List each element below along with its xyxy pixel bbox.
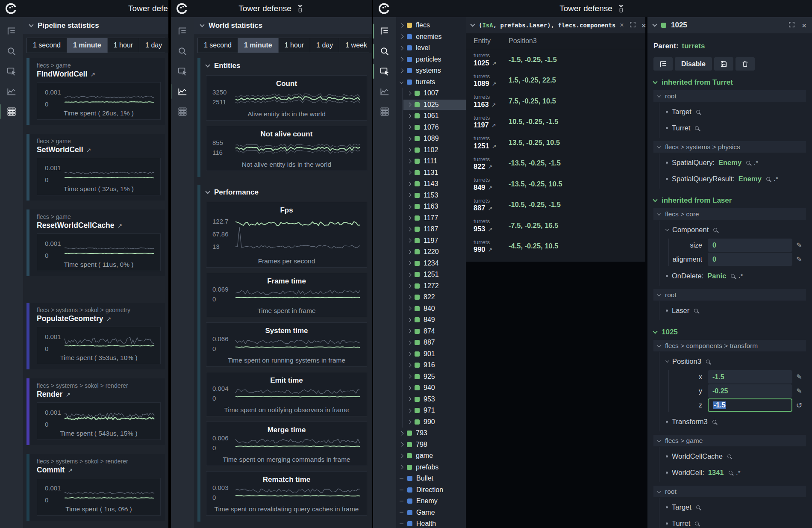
pair-target-icon[interactable]: .* bbox=[738, 273, 743, 279]
expand-arrow-icon[interactable] bbox=[407, 272, 412, 277]
tree-item-1234[interactable]: 1234 bbox=[396, 258, 466, 269]
module-path-bar[interactable]: flecs > core bbox=[653, 208, 806, 220]
tree-item-particles[interactable]: particles bbox=[396, 54, 466, 65]
stat-group-header[interactable]: Performance bbox=[206, 186, 369, 199]
tree-item-enemies[interactable]: enemies bbox=[396, 31, 466, 43]
close-icon[interactable]: × bbox=[641, 21, 646, 29]
titlebar[interactable]: Tower defense bbox=[373, 0, 812, 17]
component-item-WorldCell[interactable]: WorldCell:1341.* bbox=[666, 464, 806, 481]
tree-view-button[interactable] bbox=[653, 57, 673, 71]
pair-target-icon[interactable]: .* bbox=[736, 469, 741, 476]
component-item-Component[interactable]: Component bbox=[666, 221, 806, 238]
titlebar[interactable]: Tower defense bbox=[0, 0, 168, 17]
search-lens-icon[interactable] bbox=[694, 309, 698, 313]
search-lens-icon[interactable] bbox=[695, 126, 699, 130]
expand-arrow-icon[interactable] bbox=[407, 408, 412, 413]
expand-arrow-icon[interactable] bbox=[407, 318, 412, 322]
search-icon[interactable] bbox=[5, 45, 18, 58]
entity-inspector-icon[interactable] bbox=[378, 65, 391, 78]
inheritance-group-header[interactable]: inherited from Laser bbox=[653, 196, 806, 205]
tree-item-level[interactable]: level bbox=[396, 42, 466, 54]
tree-item-1143[interactable]: 1143 bbox=[396, 178, 466, 190]
expand-arrow-icon[interactable] bbox=[407, 227, 412, 231]
edit-icon[interactable]: ✎ bbox=[792, 241, 806, 249]
tree-item-Health[interactable]: Health bbox=[396, 518, 466, 528]
expand-arrow-icon[interactable] bbox=[407, 329, 412, 333]
collapse-arrow-icon[interactable] bbox=[400, 80, 404, 84]
tree-item-849[interactable]: 849 bbox=[396, 314, 466, 326]
tree-item-1177[interactable]: 1177 bbox=[396, 212, 466, 224]
open-link-icon[interactable]: ↗ bbox=[90, 71, 95, 78]
range-button[interactable]: 1 hour bbox=[108, 38, 139, 53]
range-button[interactable]: 1 hour bbox=[279, 38, 310, 53]
search-lens-icon[interactable] bbox=[712, 420, 716, 424]
expand-arrow-icon[interactable] bbox=[407, 340, 412, 345]
tree-item-1187[interactable]: 1187 bbox=[396, 224, 466, 235]
tree-item-940[interactable]: 940 bbox=[396, 382, 466, 394]
query-result-row[interactable]: turrets 849↗ -13.5, -0.25, 10.5 bbox=[466, 174, 645, 195]
module-path-bar[interactable]: root bbox=[653, 289, 806, 301]
open-link-icon[interactable]: ↗ bbox=[488, 185, 493, 191]
tree-item-901[interactable]: 901 bbox=[396, 348, 466, 360]
component-value-link[interactable]: Enemy bbox=[738, 175, 762, 183]
open-link-icon[interactable]: ↗ bbox=[492, 81, 497, 87]
open-link-icon[interactable]: ↗ bbox=[488, 206, 493, 212]
search-lens-icon[interactable] bbox=[696, 110, 700, 114]
range-button[interactable]: 1 second bbox=[27, 38, 67, 53]
search-lens-icon[interactable] bbox=[731, 274, 735, 278]
expand-arrow-icon[interactable] bbox=[407, 295, 412, 299]
component-item-SpatialQuery[interactable]: SpatialQuery:Enemy.* bbox=[666, 154, 806, 171]
tree-item-793[interactable]: 793 bbox=[396, 428, 466, 439]
open-link-icon[interactable]: ↗ bbox=[488, 227, 493, 233]
value-input-size[interactable]: 0 bbox=[708, 239, 792, 252]
entity-id-link[interactable]: 887↗ bbox=[474, 204, 509, 212]
expand-arrow-icon[interactable] bbox=[407, 386, 412, 390]
range-button[interactable]: 1 second bbox=[198, 38, 238, 53]
module-path-bar[interactable]: flecs > game bbox=[653, 435, 806, 446]
expand-arrow-icon[interactable] bbox=[400, 454, 404, 458]
tree-icon[interactable] bbox=[176, 25, 189, 38]
expand-arrow-icon[interactable] bbox=[407, 284, 412, 288]
open-link-icon[interactable]: ↗ bbox=[118, 222, 123, 229]
expand-arrow-icon[interactable] bbox=[407, 216, 412, 220]
tree-icon[interactable] bbox=[5, 25, 18, 38]
expand-arrow-icon[interactable] bbox=[407, 420, 412, 424]
titlebar[interactable]: Tower defense bbox=[171, 0, 372, 17]
open-link-icon[interactable]: ↗ bbox=[488, 164, 493, 170]
range-button[interactable]: 1 minute bbox=[67, 38, 108, 53]
query-result-row[interactable]: turrets 822↗ -13.5, -0.25, -1.5 bbox=[466, 153, 645, 174]
open-link-icon[interactable]: ↗ bbox=[491, 123, 496, 129]
expand-icon[interactable] bbox=[788, 21, 795, 30]
open-link-icon[interactable]: ↗ bbox=[65, 391, 71, 398]
expand-arrow-icon[interactable] bbox=[400, 23, 404, 27]
tree-item-822[interactable]: 822 bbox=[396, 292, 466, 303]
pair-target-icon[interactable]: .* bbox=[754, 159, 759, 166]
expand-arrow-icon[interactable] bbox=[400, 35, 404, 39]
component-item-Turret[interactable]: Turret bbox=[666, 120, 806, 136]
value-input-x[interactable]: -1.5 bbox=[708, 370, 792, 383]
tree-item-1102[interactable]: 1102 bbox=[396, 145, 466, 156]
tree-item-1076[interactable]: 1076 bbox=[396, 122, 466, 133]
expand-arrow-icon[interactable] bbox=[400, 431, 404, 435]
stat-card-title[interactable]: Render↗ bbox=[37, 390, 161, 399]
tree-item-game[interactable]: game bbox=[396, 450, 466, 462]
module-path-bar[interactable]: root bbox=[653, 486, 806, 497]
tables-icon[interactable] bbox=[5, 105, 18, 118]
inspector-header[interactable]: 1025 × bbox=[647, 17, 812, 33]
expand-arrow-icon[interactable] bbox=[407, 352, 412, 356]
expand-arrow-icon[interactable] bbox=[407, 182, 412, 186]
value-input-alignment[interactable]: 0 bbox=[708, 253, 792, 266]
edit-icon[interactable]: ✎ bbox=[792, 387, 806, 395]
search-icon[interactable] bbox=[176, 45, 189, 58]
range-button[interactable]: 1 day bbox=[310, 38, 339, 53]
column-header-position3[interactable]: Position3 bbox=[509, 37, 537, 45]
disable-button[interactable]: Disable bbox=[675, 57, 712, 71]
expand-arrow-icon[interactable] bbox=[407, 114, 412, 118]
value-input-y[interactable]: -0.25 bbox=[708, 384, 792, 398]
expand-arrow-icon[interactable] bbox=[407, 159, 412, 163]
search-lens-icon[interactable] bbox=[696, 505, 700, 509]
tree-item-798[interactable]: 798 bbox=[396, 439, 466, 451]
search-lens-icon[interactable] bbox=[713, 228, 717, 232]
component-value-link[interactable]: Enemy bbox=[718, 159, 741, 167]
search-lens-icon[interactable] bbox=[766, 177, 770, 181]
